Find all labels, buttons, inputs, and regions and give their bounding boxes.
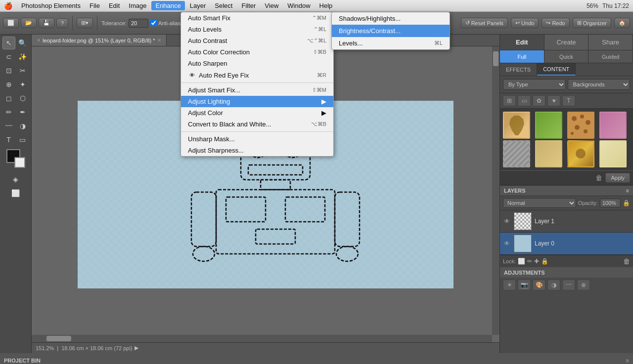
menu-photoshop-elements[interactable]: Photoshop Elements xyxy=(17,1,85,10)
delete-layer-btn[interactable]: 🗑 xyxy=(623,257,630,265)
menu-convert-bw[interactable]: Convert to Black and White... ⌥⌘B xyxy=(181,119,333,130)
organizer-btn[interactable]: ⊞ Organizer xyxy=(573,18,611,28)
canvas-tab-close2[interactable]: ✕ xyxy=(157,38,161,43)
adj-btn-3[interactable]: 🎨 xyxy=(533,280,545,290)
tolerance-input[interactable] xyxy=(129,19,148,28)
thumb-sand[interactable] xyxy=(535,140,562,167)
horizontal-scrollbar[interactable] xyxy=(32,335,492,342)
tab-full[interactable]: Full xyxy=(500,50,544,63)
menu-auto-red-eye-fix[interactable]: 👁 Auto Red Eye Fix ⌘R xyxy=(181,69,333,81)
smudge-tool-btn[interactable]: 〰 xyxy=(2,120,15,132)
canvas-tab-close-x[interactable]: ✕ xyxy=(37,38,41,43)
menu-auto-smart-fix[interactable]: Auto Smart Fix ⌃⌘M xyxy=(181,12,333,24)
layer-blend-mode-select[interactable]: Normal xyxy=(503,198,576,208)
filter-backgrounds-select[interactable]: Backgrounds xyxy=(568,79,631,90)
magic-wand-btn[interactable]: ✨ xyxy=(16,50,29,63)
menu-adjust-lighting[interactable]: Adjust Lighting ▶ xyxy=(181,96,333,107)
lock-transparent-btn[interactable]: ⬜ xyxy=(518,258,525,265)
paint-bucket-btn[interactable]: ⬡ xyxy=(16,92,29,105)
menu-window[interactable]: Window xyxy=(283,1,314,10)
menu-auto-sharpen[interactable]: Auto Sharpen xyxy=(181,58,333,69)
tab-guided[interactable]: Guided xyxy=(588,50,633,63)
shape-tool-btn[interactable]: ▭ xyxy=(16,133,29,146)
flower-btn[interactable]: ✿ xyxy=(533,95,545,106)
menu-adjust-color[interactable]: Adjust Color ▶ xyxy=(181,107,333,119)
adj-btn-4[interactable]: ◑ xyxy=(547,280,560,290)
adj-btn-2[interactable]: 📷 xyxy=(518,280,531,290)
new-file-btn[interactable]: ⬜ xyxy=(3,18,19,28)
undo-btn[interactable]: ↩ Undo xyxy=(511,18,539,28)
type-tool-btn[interactable]: T xyxy=(2,133,15,146)
adj-btn-6[interactable]: ⊕ xyxy=(577,280,590,290)
quick-mask-btn[interactable]: ◈ xyxy=(9,173,22,186)
submenu-brightness-contrast[interactable]: Brightness/Contrast... xyxy=(332,25,450,37)
pencil-tool-btn[interactable]: ✒ xyxy=(16,106,29,119)
menu-help[interactable]: Help xyxy=(316,1,337,10)
rect-frame-btn[interactable]: ▭ xyxy=(518,95,531,106)
menu-file[interactable]: File xyxy=(86,1,104,10)
screen-mode-btn[interactable]: ⬜ xyxy=(9,187,22,200)
menu-image[interactable]: Image xyxy=(125,1,150,10)
delete-thumb-btn[interactable]: 🗑 xyxy=(595,174,602,182)
grid-view-btn[interactable]: ⊞ xyxy=(503,95,516,106)
lock-pixels-btn[interactable]: ✏ xyxy=(527,258,532,265)
layers-options-btn[interactable]: ≡ xyxy=(626,188,629,194)
anti-alias-check[interactable]: Anti-alias xyxy=(150,20,181,26)
anti-alias-checkbox[interactable] xyxy=(150,20,157,26)
crop-tool-btn[interactable]: ⊡ xyxy=(2,64,15,77)
save-btn[interactable]: 💾 xyxy=(39,18,54,28)
menu-enhance[interactable]: Enhance xyxy=(151,1,184,10)
grid-btn[interactable]: ⊞▾ xyxy=(77,18,93,28)
menu-adjust-sharpness[interactable]: Adjust Sharpness... xyxy=(181,145,333,156)
brush-tool-btn[interactable]: ✏ xyxy=(2,106,15,119)
layer-visibility-eye-1[interactable]: 👁 xyxy=(503,217,511,225)
layer-item-0[interactable]: 👁 Layer 0 xyxy=(500,233,633,255)
zoom-tool-btn[interactable]: 🔍 xyxy=(16,37,29,49)
menu-edit[interactable]: Edit xyxy=(105,1,124,10)
dodge-tool-btn[interactable]: ◑ xyxy=(16,120,29,132)
tab-effects[interactable]: EFFECTS xyxy=(500,63,537,76)
menu-adjust-smart-fix[interactable]: Adjust Smart Fix... ⇧⌘M xyxy=(181,84,333,96)
vertical-scrollbar[interactable] xyxy=(492,46,499,335)
tab-share[interactable]: Share xyxy=(588,35,633,50)
home-btn[interactable]: 🏠 xyxy=(614,18,630,28)
apple-logo-icon[interactable]: 🍎 xyxy=(4,2,12,10)
layer-item-1[interactable]: 👁 Layer 1 xyxy=(500,210,633,233)
tab-edit[interactable]: Edit xyxy=(500,35,544,50)
menu-filter[interactable]: Filter xyxy=(237,1,260,10)
status-arrow[interactable]: ▶ xyxy=(135,345,138,351)
thumb-africa[interactable] xyxy=(503,112,530,139)
tab-create[interactable]: Create xyxy=(544,35,589,50)
lock-all-btn[interactable]: 🔒 xyxy=(541,258,548,265)
thumb-green[interactable] xyxy=(535,112,562,139)
layer-visibility-eye-0[interactable]: 👁 xyxy=(503,240,511,247)
redo-btn[interactable]: ↪ Redo xyxy=(542,18,569,28)
menu-auto-contrast[interactable]: Auto Contrast ⌥⌃⌘L xyxy=(181,35,333,46)
tab-content[interactable]: CONTENT xyxy=(537,63,576,76)
heal-tool-btn[interactable]: ⊕ xyxy=(2,78,15,91)
text-btn[interactable]: T xyxy=(562,95,575,106)
slice-tool-btn[interactable]: ✂ xyxy=(16,64,29,77)
submenu-levels[interactable]: Levels... ⌘L xyxy=(332,37,450,49)
thumb-pink[interactable] xyxy=(599,112,627,139)
menu-view[interactable]: View xyxy=(261,1,282,10)
clone-tool-btn[interactable]: ✦ xyxy=(16,78,29,91)
filter-by-type-select[interactable]: By Type xyxy=(503,79,566,90)
submenu-shadows-highlights[interactable]: Shadows/Highlights... xyxy=(332,12,450,25)
eraser-tool-btn[interactable]: ◻ xyxy=(2,92,15,105)
tab-quick[interactable]: Quick xyxy=(544,50,589,63)
menu-unsharp-mask[interactable]: Unsharp Mask... xyxy=(181,133,333,145)
help-btn[interactable]: ? xyxy=(56,18,68,28)
adj-btn-1[interactable]: ☀ xyxy=(503,280,516,290)
opacity-input[interactable] xyxy=(600,199,621,207)
project-bin-options-btn[interactable]: ≡ xyxy=(626,358,629,364)
heart-btn[interactable]: ♥ xyxy=(547,95,560,106)
reset-panels-btn[interactable]: ↺ Reset Panels xyxy=(461,18,508,28)
menu-auto-levels[interactable]: Auto Levels ⌃⌘L xyxy=(181,24,333,35)
menu-select[interactable]: Select xyxy=(211,1,236,10)
lock-position-btn[interactable]: ✚ xyxy=(534,258,539,265)
move-tool-btn[interactable]: ↖ xyxy=(2,37,15,49)
adj-btn-5[interactable]: 〰 xyxy=(562,280,575,290)
background-color[interactable] xyxy=(14,157,25,168)
apply-btn[interactable]: Apply xyxy=(605,173,630,183)
